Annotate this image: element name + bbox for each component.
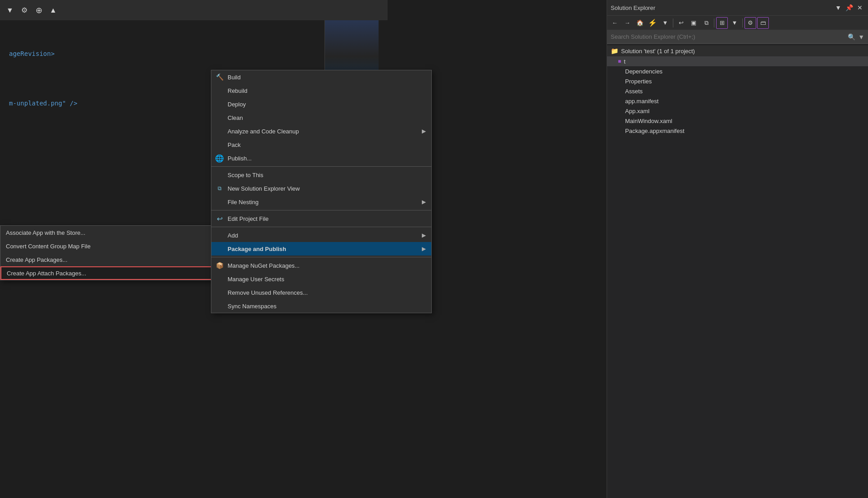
menu-item-pack[interactable]: Pack: [211, 138, 431, 151]
se-item-mainwindow[interactable]: MainWindow.xaml: [607, 116, 868, 126]
se-project-row[interactable]: ■ t: [607, 56, 868, 66]
menu-item-sync-ns[interactable]: Sync Namespaces: [211, 299, 431, 313]
menu-item-edit-project[interactable]: ↩ Edit Project File: [211, 212, 431, 225]
se-close-btn[interactable]: ✕: [855, 3, 864, 12]
se-dropdown2-btn[interactable]: ▼: [659, 17, 671, 29]
se-view-btn[interactable]: 🗃: [757, 17, 769, 29]
menu-label-deploy: Deploy: [228, 101, 426, 108]
menu-label-clean: Clean: [228, 114, 426, 121]
se-sync-btn[interactable]: ⚡: [647, 17, 658, 29]
se-item-appmanifest[interactable]: app.manifest: [607, 96, 868, 106]
menu-item-user-secrets[interactable]: Manage User Secrets: [211, 272, 431, 286]
se-solution-label: Solution 'test' (1 of 1 project): [621, 48, 695, 55]
se-filter-btn[interactable]: ⊞: [716, 17, 728, 29]
menu-icon-add-spacer: [215, 231, 224, 240]
toolbar-gear-btn[interactable]: ⚙: [19, 5, 30, 16]
toolbar-dropdown-btn[interactable]: ▼: [5, 5, 15, 16]
menu-item-deploy[interactable]: Deploy: [211, 97, 431, 111]
menu-sep-3: [211, 227, 431, 227]
context-menu-main: 🔨 Build Rebuild Deploy Clean Analyze and…: [211, 70, 432, 313]
se-item-label-assets: Assets: [625, 88, 643, 95]
menu-label-package-publish: Package and Publish: [228, 246, 418, 252]
menu-item-analyze[interactable]: Analyze and Code Cleanup ▶: [211, 124, 431, 138]
se-item-label-appmanifest: app.manifest: [625, 98, 658, 105]
se-item-package[interactable]: Package.appxmanifest: [607, 126, 868, 136]
menu-item-new-se-view[interactable]: ⧉ New Solution Explorer View: [211, 182, 431, 195]
toolbar-expand-btn[interactable]: ▲: [48, 5, 59, 16]
menu-item-scope[interactable]: Scope to This: [211, 168, 431, 182]
menu-label-add: Add: [228, 232, 418, 239]
menu-label-analyze: Analyze and Code Cleanup: [228, 128, 418, 135]
se-item-properties[interactable]: Properties: [607, 76, 868, 86]
menu-label-build: Build: [228, 74, 426, 81]
menu-item-package-publish[interactable]: Package and Publish ▶: [211, 242, 431, 256]
menu-item-build[interactable]: 🔨 Build: [211, 70, 431, 84]
se-toolbar-sep2: [714, 18, 714, 27]
menu-sep-4: [211, 257, 431, 257]
editor-line-2: [9, 19, 315, 29]
menu-label-scope: Scope to This: [228, 172, 426, 178]
se-search-dropdown-icon[interactable]: ▼: [858, 33, 864, 41]
se-search-icon: 🔍: [848, 33, 855, 41]
menu-arrow-file-nesting: ▶: [422, 199, 426, 205]
menu-icon-package-publish-spacer: [215, 244, 224, 253]
editor-line-5: ageRevision>: [9, 49, 315, 59]
se-toolbar: ← → 🏠 ⚡ ▼ ↩ ▣ ⧉ ⊞ ▼ ⚙ 🗃: [607, 16, 868, 30]
se-rect-btn[interactable]: ▣: [688, 17, 699, 29]
se-settings-btn[interactable]: ⚙: [745, 17, 756, 29]
se-item-label-appxaml: App.xaml: [625, 108, 649, 114]
se-search-bar[interactable]: 🔍 ▼: [607, 30, 868, 44]
menu-item-rebuild[interactable]: Rebuild: [211, 84, 431, 97]
submenu-label-create-packages: Create App Packages...: [6, 256, 210, 263]
menu-arrow-package-publish: ▶: [422, 246, 426, 252]
submenu-package-publish: Associate App with the Store... Convert …: [0, 225, 216, 280]
se-item-appxaml[interactable]: App.xaml: [607, 106, 868, 116]
menu-icon-remove-refs-spacer: [215, 288, 224, 297]
se-back-btn[interactable]: ←: [609, 17, 621, 29]
se-item-label-package: Package.appxmanifest: [625, 128, 685, 134]
solution-explorer-titlebar: Solution Explorer ▼ 📌 ✕: [607, 0, 868, 16]
se-project-label: t: [624, 58, 626, 65]
submenu-item-create-packages[interactable]: Create App Packages...: [0, 253, 216, 266]
menu-icon-publish: 🌐: [215, 154, 224, 163]
se-titlebar-buttons: ▼ 📌 ✕: [834, 3, 864, 12]
se-item-assets[interactable]: Assets: [607, 86, 868, 96]
menu-icon-deploy-spacer: [215, 100, 224, 109]
menu-icon-analyze-spacer: [215, 127, 224, 136]
menu-item-remove-refs[interactable]: Remove Unused References...: [211, 286, 431, 299]
se-undo-btn[interactable]: ↩: [675, 17, 687, 29]
submenu-label-convert: Convert Content Group Map File: [6, 243, 210, 250]
se-item-dependencies[interactable]: Dependencies: [607, 66, 868, 76]
menu-item-publish[interactable]: 🌐 Publish...: [211, 151, 431, 165]
se-forward-btn[interactable]: →: [621, 17, 633, 29]
menu-item-file-nesting[interactable]: File Nesting ▶: [211, 195, 431, 209]
menu-sep-1: [211, 166, 431, 167]
se-search-input[interactable]: [611, 33, 845, 40]
se-home-btn[interactable]: 🏠: [634, 17, 646, 29]
menu-item-nuget[interactable]: 📦 Manage NuGet Packages...: [211, 259, 431, 272]
menu-label-sync-ns: Sync Namespaces: [228, 303, 426, 310]
menu-icon-rebuild-spacer: [215, 86, 224, 95]
se-dropdown-btn[interactable]: ▼: [834, 3, 843, 12]
se-dropdown3-btn[interactable]: ▼: [729, 17, 740, 29]
submenu-item-convert[interactable]: Convert Content Group Map File: [0, 239, 216, 253]
se-tree: 📁 Solution 'test' (1 of 1 project) ■ t D…: [607, 44, 868, 137]
menu-item-add[interactable]: Add ▶: [211, 228, 431, 242]
menu-label-edit-project: Edit Project File: [228, 215, 426, 222]
submenu-label-associate: Associate App with the Store...: [6, 229, 210, 236]
menu-icon-new-se-view: ⧉: [215, 184, 224, 193]
menu-label-user-secrets: Manage User Secrets: [228, 276, 426, 283]
menu-label-rebuild: Rebuild: [228, 87, 426, 94]
solution-explorer-panel: Solution Explorer ▼ 📌 ✕ ← → 🏠 ⚡ ▼ ↩ ▣ ⧉ …: [607, 0, 868, 498]
toolbar-split-btn[interactable]: ⊕: [33, 5, 44, 16]
se-solution-row[interactable]: 📁 Solution 'test' (1 of 1 project): [607, 46, 868, 56]
menu-item-clean[interactable]: Clean: [211, 111, 431, 124]
menu-label-publish: Publish...: [228, 155, 426, 162]
se-pin-btn[interactable]: 📌: [845, 3, 854, 12]
se-copy-btn[interactable]: ⧉: [700, 17, 712, 29]
submenu-item-create-attach[interactable]: Create App Attach Packages...: [0, 266, 216, 280]
submenu-item-associate[interactable]: Associate App with the Store...: [0, 226, 216, 239]
se-solution-icon: 📁: [611, 47, 618, 55]
menu-icon-nuget: 📦: [215, 261, 224, 270]
se-item-label-properties: Properties: [625, 78, 652, 85]
